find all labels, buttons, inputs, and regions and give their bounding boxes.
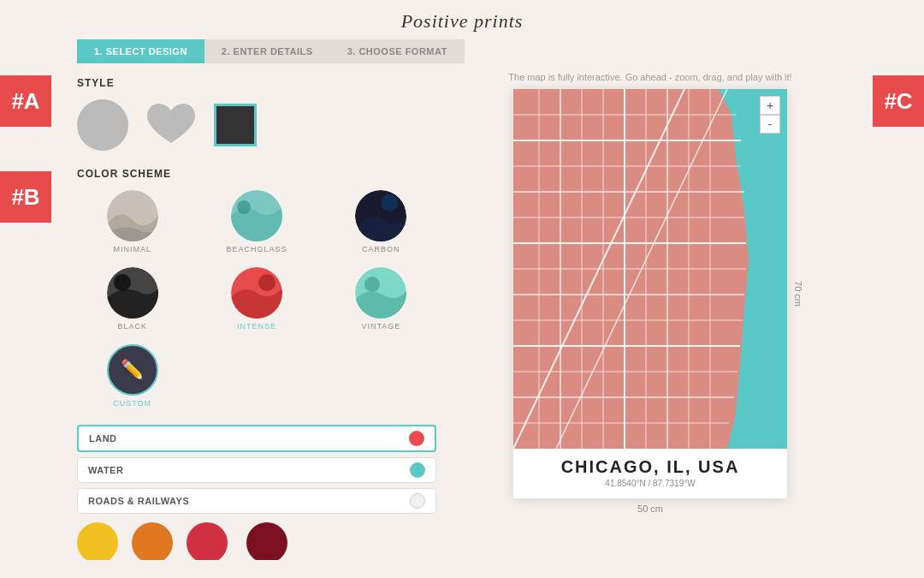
map-wrapper: + - — [513, 89, 787, 498]
scheme-intense-circle — [231, 267, 282, 319]
scheme-minimal[interactable]: MINIMAL — [77, 190, 187, 253]
swatch-orange-circle — [132, 522, 173, 560]
swatch-orange[interactable]: ORANGE — [132, 522, 173, 560]
style-section-title: STYLE — [77, 77, 436, 89]
map-hint: The map is fully interactive. Go ahead -… — [508, 72, 791, 82]
scheme-minimal-circle — [107, 190, 158, 241]
right-panel: The map is fully interactive. Go ahead -… — [453, 63, 847, 560]
map-title-area: CHICAGO, IL, USA 41.8540°N / 87.7319°W — [513, 449, 787, 498]
roads-color-dot — [410, 493, 425, 509]
svg-point-6 — [114, 274, 131, 291]
color-row-roads[interactable]: ROADS & RAILWAYS — [77, 488, 436, 514]
tab-bar: 1. Select Design 2. Enter Details 3. Cho… — [77, 39, 847, 63]
zoom-out-button[interactable]: - — [760, 115, 780, 134]
tab-enter-details[interactable]: 2. Enter Details — [204, 39, 330, 63]
scheme-black-circle — [107, 267, 158, 319]
scheme-black-label: BLACK — [117, 322, 147, 331]
color-row-land[interactable]: LAND — [77, 425, 436, 452]
scheme-minimal-label: MINIMAL — [113, 245, 151, 253]
swatch-red[interactable]: RED — [187, 522, 228, 560]
svg-point-4 — [381, 194, 398, 212]
shape-square — [214, 104, 257, 146]
scheme-vintage[interactable]: VINTAGE — [326, 267, 436, 331]
swatch-red-circle — [187, 522, 228, 560]
shape-circle-item[interactable] — [77, 99, 128, 151]
map-coords: 41.8540°N / 87.7319°W — [527, 479, 773, 488]
swatch-burgundy-circle — [246, 522, 287, 560]
badge-a: #A — [0, 75, 51, 127]
svg-point-10 — [364, 277, 380, 292]
shape-square-item[interactable] — [214, 104, 257, 146]
swatches-row: GOLDEN ORANGE RED BURGUNDY — [77, 522, 436, 560]
dimension-bottom: 50 cm — [637, 504, 663, 514]
water-color-dot — [410, 462, 425, 478]
map-svg — [513, 89, 787, 449]
shape-heart — [145, 102, 197, 149]
scheme-vintage-circle — [355, 267, 406, 319]
scheme-custom[interactable]: ✏️ CUSTOM — [77, 344, 187, 408]
left-panel: STYLE COLOR SCHEME — [77, 63, 436, 560]
svg-point-8 — [258, 274, 275, 291]
svg-point-2 — [237, 200, 251, 214]
swatch-golden-circle — [77, 522, 118, 560]
scheme-carbon[interactable]: CARBON — [326, 190, 436, 253]
tab-select-design[interactable]: 1. Select Design — [77, 39, 204, 63]
scheme-black[interactable]: BLACK — [77, 267, 187, 331]
land-color-dot — [409, 431, 424, 446]
scheme-custom-label: CUSTOM — [113, 399, 151, 408]
scheme-carbon-label: CARBON — [362, 245, 400, 253]
map-city-name: CHICAGO, IL, USA — [527, 457, 773, 477]
color-scheme-grid: MINIMAL BEACHGLASS — [77, 190, 436, 408]
heart-svg — [145, 102, 197, 149]
pencil-icon: ✏️ — [121, 359, 144, 381]
main-content: STYLE COLOR SCHEME — [77, 63, 847, 560]
swatch-burgundy[interactable]: BURGUNDY — [241, 522, 293, 560]
app-title: Positive prints — [0, 0, 924, 39]
scheme-intense[interactable]: INTENSE — [201, 267, 311, 331]
scheme-beachglass[interactable]: BEACHGLASS — [201, 190, 311, 253]
color-scheme-title: COLOR SCHEME — [77, 168, 436, 180]
badge-b: #B — [0, 171, 51, 223]
swatch-golden[interactable]: GOLDEN — [77, 522, 118, 560]
tab-choose-format[interactable]: 3. Choose Format — [330, 39, 465, 63]
zoom-in-button[interactable]: + — [760, 96, 780, 115]
shape-circle — [77, 99, 128, 151]
map-container[interactable]: + - — [513, 89, 787, 498]
scheme-beachglass-circle — [231, 190, 282, 241]
map-zoom-controls: + - — [760, 96, 780, 134]
shapes-row — [77, 99, 436, 151]
badge-c: #C — [873, 75, 924, 127]
scheme-vintage-label: VINTAGE — [361, 322, 400, 331]
scheme-carbon-circle — [355, 190, 406, 241]
scheme-beachglass-label: BEACHGLASS — [226, 245, 287, 253]
dimension-right: 70 cm — [793, 281, 803, 307]
shape-heart-item[interactable] — [145, 102, 197, 149]
scheme-custom-circle: ✏️ — [107, 344, 158, 396]
map-inner: + - — [513, 89, 787, 449]
scheme-intense-label: INTENSE — [237, 322, 276, 331]
color-row-water[interactable]: WATER — [77, 457, 436, 483]
